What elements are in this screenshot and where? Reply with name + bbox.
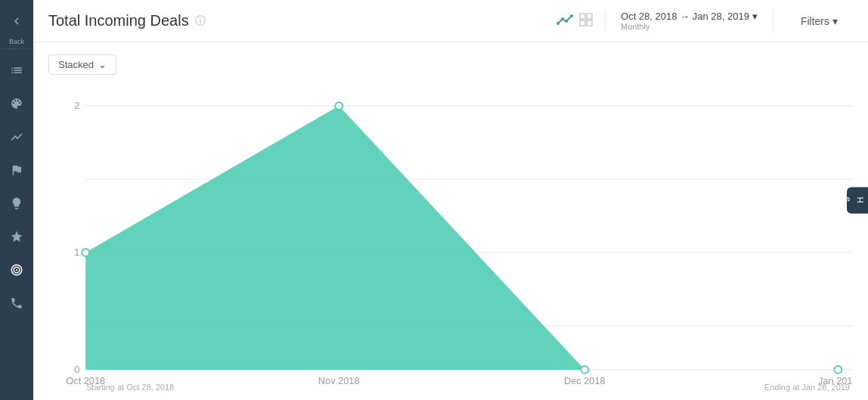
- sidebar-item-palette[interactable]: [2, 88, 32, 119]
- page-header: Total Incoming Deals ⓘ: [33, 0, 868, 42]
- chart-type-controls: [556, 13, 593, 29]
- svg-point-4: [561, 17, 564, 20]
- sidebar-item-star[interactable]: [2, 222, 32, 252]
- chart-container: 2 1 0 Oct 2018 Nov 2018 Dec 2018 Jan 201: [48, 84, 853, 392]
- chart-area: Stacked ⌄ 2 1 0: [33, 42, 868, 400]
- sidebar-item-flag[interactable]: [2, 155, 32, 185]
- back-button[interactable]: Back: [0, 6, 33, 49]
- date-range-control[interactable]: Oct 28, 2018 → Jan 28, 2019 ▾ Monthly: [605, 11, 773, 31]
- chart-footer-start: Starting at Oct 28, 2018: [86, 383, 174, 392]
- svg-rect-7: [580, 14, 585, 19]
- sidebar-item-target[interactable]: [2, 255, 32, 285]
- chart-footer-end: Ending at Jan 28, 2019: [764, 383, 850, 392]
- info-icon[interactable]: ⓘ: [195, 14, 206, 28]
- help-label-p: p: [820, 197, 829, 203]
- date-range-text: Oct 28, 2018 → Jan 28, 2019 ▾: [621, 11, 758, 22]
- help-label-l: l: [832, 199, 841, 201]
- back-label: Back: [9, 38, 24, 45]
- svg-text:2: 2: [74, 101, 79, 111]
- header-controls: Oct 28, 2018 → Jan 28, 2019 ▾ Monthly Fi…: [556, 11, 853, 31]
- grid-chart-icon[interactable]: [579, 13, 593, 29]
- sidebar-item-phone[interactable]: [2, 288, 32, 318]
- page-title: Total Incoming Deals: [48, 12, 189, 29]
- line-chart-icon[interactable]: [556, 14, 573, 29]
- svg-text:1: 1: [74, 247, 79, 258]
- svg-rect-10: [587, 20, 592, 26]
- sidebar: Back: [0, 0, 33, 400]
- data-point-jan: [834, 366, 842, 374]
- svg-point-5: [565, 20, 568, 23]
- help-label-e: e: [844, 197, 853, 203]
- sidebar-item-bulb[interactable]: [2, 188, 32, 219]
- data-point-dec: [581, 366, 588, 374]
- help-icon: ⓪: [803, 194, 817, 206]
- svg-rect-8: [587, 14, 592, 19]
- main-content: Total Incoming Deals ⓘ: [33, 0, 868, 400]
- data-point-oct: [82, 249, 89, 256]
- svg-point-6: [570, 14, 573, 17]
- svg-point-3: [556, 22, 560, 25]
- svg-rect-9: [580, 20, 585, 26]
- help-button[interactable]: H e l p ⓪: [847, 187, 868, 213]
- sidebar-item-activity[interactable]: [2, 122, 32, 152]
- help-label: H: [856, 197, 865, 203]
- svg-text:0: 0: [74, 364, 79, 375]
- stacked-button[interactable]: Stacked ⌄: [48, 54, 116, 75]
- data-point-nov: [335, 102, 343, 110]
- date-granularity: Monthly: [621, 22, 650, 31]
- sidebar-item-list[interactable]: [2, 55, 32, 85]
- svg-point-2: [16, 269, 17, 271]
- chart-svg: 2 1 0 Oct 2018 Nov 2018 Dec 2018 Jan 201: [48, 84, 853, 392]
- filters-button[interactable]: Filters ▾: [786, 15, 853, 27]
- page-title-area: Total Incoming Deals ⓘ: [48, 12, 556, 29]
